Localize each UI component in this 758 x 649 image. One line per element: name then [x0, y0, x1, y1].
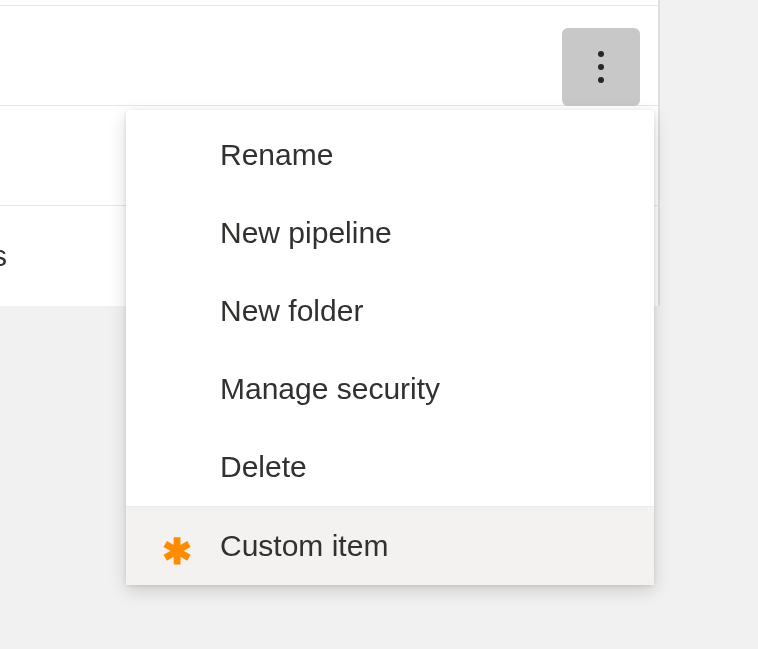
vertical-dots-icon: [598, 51, 604, 83]
menu-item-new-folder[interactable]: New folder: [126, 272, 654, 350]
menu-item-new-pipeline[interactable]: New pipeline: [126, 194, 654, 272]
menu-item-label: Manage security: [220, 372, 440, 406]
menu-item-manage-security[interactable]: Manage security: [126, 350, 654, 428]
menu-item-delete[interactable]: Delete: [126, 428, 654, 506]
menu-item-label: Rename: [220, 138, 333, 172]
menu-item-rename[interactable]: Rename: [126, 116, 654, 194]
menu-item-label: Delete: [220, 450, 307, 484]
menu-item-icon-slot: ✱: [162, 528, 220, 564]
menu-item-custom-item[interactable]: ✱ Custom item: [126, 507, 654, 585]
context-menu: Rename New pipeline New folder Manage se…: [126, 110, 654, 585]
menu-item-label: New pipeline: [220, 216, 392, 250]
menu-item-label: New folder: [220, 294, 363, 328]
row-label-clipped: s: [0, 239, 7, 273]
menu-item-label: Custom item: [220, 529, 388, 563]
list-row[interactable]: [0, 6, 658, 106]
asterisk-icon: ✱: [162, 534, 192, 570]
more-options-button[interactable]: [562, 28, 640, 106]
